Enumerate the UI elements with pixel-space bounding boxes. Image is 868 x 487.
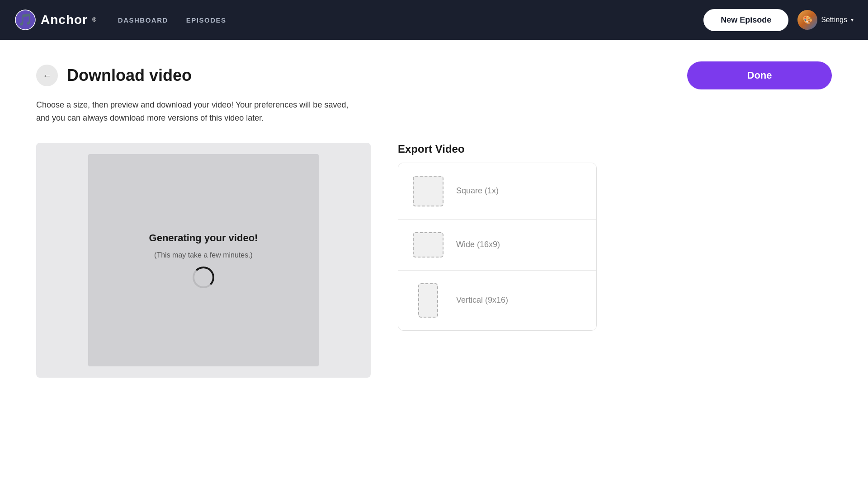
- back-button[interactable]: ←: [36, 65, 58, 86]
- wide-shape: [413, 232, 443, 258]
- video-preview-container: Generating your video! (This may take a …: [36, 143, 371, 378]
- generating-sub: (This may take a few minutes.): [154, 251, 253, 259]
- svg-text:🎵: 🎵: [18, 12, 33, 27]
- vertical-label: Vertical (9x16): [456, 295, 508, 305]
- logo-text: Anchor: [41, 13, 88, 27]
- anchor-logo-icon: 🎵: [14, 9, 36, 31]
- page-title-area: ← Download video: [36, 65, 192, 86]
- square-preview: [413, 176, 443, 206]
- back-icon: ←: [42, 70, 52, 81]
- logo-area: 🎵 Anchor®: [14, 9, 96, 31]
- wide-label: Wide (16x9): [456, 240, 500, 249]
- export-options-list: Square (1x) Wide (16x9) Vertical (9x16): [398, 163, 597, 331]
- wide-preview: [413, 232, 443, 258]
- vertical-shape: [418, 283, 438, 318]
- square-shape: [413, 176, 443, 206]
- nav-episodes[interactable]: EPISODES: [186, 16, 226, 24]
- app-header: 🎵 Anchor® DASHBOARD EPISODES New Episode…: [0, 0, 868, 40]
- export-option-wide[interactable]: Wide (16x9): [398, 220, 596, 271]
- new-episode-button[interactable]: New Episode: [703, 9, 788, 31]
- video-inner: Generating your video! (This may take a …: [88, 154, 319, 366]
- generating-text: Generating your video!: [149, 232, 258, 244]
- chevron-down-icon: ▾: [851, 17, 854, 23]
- settings-label: Settings: [821, 16, 847, 24]
- page-title: Download video: [67, 66, 192, 85]
- vertical-preview: [413, 283, 443, 318]
- page-description: Choose a size, then preview and download…: [36, 98, 353, 125]
- done-button[interactable]: Done: [687, 61, 832, 89]
- export-option-square[interactable]: Square (1x): [398, 163, 596, 220]
- content-area: Generating your video! (This may take a …: [36, 143, 832, 378]
- export-option-vertical[interactable]: Vertical (9x16): [398, 271, 596, 330]
- settings-area[interactable]: 🎨 Settings ▾: [797, 10, 854, 30]
- main-content: ← Download video Done Choose a size, the…: [0, 40, 868, 487]
- square-label: Square (1x): [456, 186, 499, 196]
- main-nav: DASHBOARD EPISODES: [118, 16, 703, 24]
- header-right: New Episode 🎨 Settings ▾: [703, 9, 854, 31]
- logo-registered: ®: [92, 17, 96, 23]
- export-title: Export Video: [398, 143, 597, 155]
- export-panel: Export Video Square (1x) Wide (16x9): [398, 143, 597, 331]
- settings-avatar: 🎨: [797, 10, 817, 30]
- page-header: ← Download video Done: [36, 61, 832, 89]
- loading-spinner: [193, 267, 214, 288]
- nav-dashboard[interactable]: DASHBOARD: [118, 16, 168, 24]
